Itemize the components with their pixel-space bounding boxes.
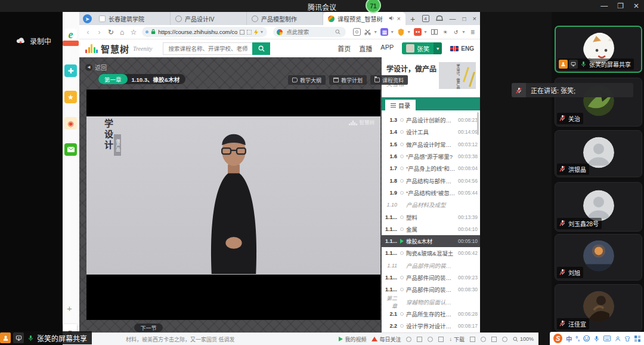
outline-item-row[interactable]: 1.5做产品设计时常遇到的...00:03:12 [382, 138, 480, 150]
flash-icon[interactable] [254, 29, 258, 35]
tab-catalog[interactable]: 目录 [385, 100, 416, 110]
daily-follow-button[interactable]: 每日关注 [371, 335, 401, 343]
quick-search-input[interactable] [285, 28, 333, 36]
tab-close-icon[interactable]: × [397, 15, 401, 22]
browser-minimize-icon[interactable]: — [450, 15, 456, 22]
minimize-icon[interactable]: — [600, 2, 608, 10]
speaker-icon[interactable] [502, 337, 507, 342]
ime-mode-toggle[interactable]: 中 [566, 334, 572, 343]
skin-icon[interactable] [436, 15, 443, 22]
tab-audio-icon[interactable] [389, 16, 394, 22]
back-link[interactable]: ◄ 返回 [85, 63, 107, 72]
ime-tools-icon[interactable] [615, 335, 621, 342]
course-thumbnail[interactable]: 学设计，做产品 [439, 62, 476, 89]
game-center-icon[interactable]: ✚ [64, 64, 77, 77]
course-action-button[interactable]: 教学大纲 [288, 75, 326, 85]
emoji-icon[interactable] [428, 337, 433, 342]
sogou-logo-icon[interactable]: S [553, 334, 562, 343]
ime-toolbar[interactable]: S 中 °, [550, 332, 644, 345]
ime-mic-icon[interactable] [593, 335, 600, 342]
user-dropdown-icon[interactable]: ▼ [434, 42, 442, 54]
outline-item-row[interactable]: 1.6“产品感”源于哪里?00:03:38 [382, 150, 480, 162]
browser-tab[interactable]: 课程预览_智慧树 × [323, 12, 405, 25]
nav-item-0[interactable]: 首页 [338, 44, 351, 53]
outline-item-row[interactable]: 2.2设计学界对设计的探讨00:08:17 [382, 320, 480, 332]
address-bar[interactable]: https://course.zhihuishu.com/cou ▼ [142, 27, 267, 37]
shield-extension-icon[interactable] [397, 28, 405, 36]
my-video-button[interactable]: 我的视频 [339, 335, 366, 343]
video-player[interactable]: 学设计 做产品 智慧树 [86, 90, 380, 320]
split-screen-icon[interactable] [431, 28, 438, 36]
outline-item-row[interactable]: 1.1...金属00:04:10 [382, 223, 480, 235]
outline-item-row[interactable]: 1.1...产品部件间的装配方式...00:09:23 [382, 272, 480, 284]
browser-tab[interactable]: 产品设计IV [171, 12, 247, 25]
nav-item-2[interactable]: APP [380, 44, 394, 53]
course-search-input[interactable] [163, 42, 252, 55]
new-tab-icon[interactable]: + [410, 14, 415, 24]
back-icon[interactable]: ‹ [83, 28, 93, 36]
outline-item-row[interactable]: 1.8产品结构与部件划分00:04:56 [382, 174, 480, 186]
ime-emoji-icon[interactable] [583, 335, 590, 342]
printer-icon[interactable] [470, 337, 475, 342]
site-logo-text[interactable]: 智慧树 [101, 42, 129, 55]
undo-icon[interactable]: ↺ [452, 28, 460, 36]
chapter-tag[interactable]: 第一章 [98, 74, 128, 84]
browser-tab[interactable]: 长春建筑学院 [94, 12, 171, 25]
browser-menu-icon[interactable]: ≡ [469, 28, 476, 36]
screenshot-icon[interactable] [353, 28, 361, 36]
news-ticker[interactable]: 材料，被美西方卡击之际，又一家国货 低调发 [126, 335, 284, 343]
quick-search-box[interactable] [273, 27, 346, 37]
home-icon[interactable]: ⌂ [117, 28, 127, 36]
course-action-button[interactable]: 课程资料 [370, 75, 408, 85]
ime-punct-toggle[interactable]: °, [575, 335, 580, 342]
favorites-star-icon[interactable]: ★ [64, 91, 77, 103]
language-switch[interactable]: ENG [450, 45, 474, 52]
apps-grid-icon[interactable] [247, 30, 252, 35]
image-icon[interactable] [417, 337, 422, 342]
target-icon[interactable] [406, 337, 411, 342]
maximize-icon[interactable]: ❐ [617, 2, 624, 10]
browser-tab[interactable]: 产品模型制作 [247, 12, 323, 25]
next-section-button[interactable]: 下一节 [134, 324, 163, 332]
close-icon[interactable]: ✕ [633, 2, 639, 10]
browser-logo-icon[interactable]: e [64, 29, 77, 41]
gadget-icon[interactable] [438, 337, 444, 342]
outline-item-row[interactable]: 1.1...塑料00:13:39 [382, 211, 480, 223]
outline-item-row[interactable]: 1.3产品设计创新的流程00:08:23 [382, 114, 480, 126]
search-icon[interactable] [335, 29, 340, 35]
refresh-icon[interactable]: ↻ [106, 28, 116, 36]
ime-grid-icon[interactable] [634, 335, 640, 342]
outline-item-row[interactable]: 1.1...橡胶&木材00:05:10 [382, 235, 480, 247]
participant-tile[interactable]: 汪佳宜 [555, 284, 642, 332]
translate-extension-icon[interactable]: ▦ [380, 28, 388, 36]
browser-close-icon[interactable]: × [473, 15, 476, 22]
share-icon[interactable] [481, 337, 486, 342]
participant-tile[interactable]: 刘玉鑫28号 [555, 182, 642, 232]
participant-tile[interactable]: 洪银晶 [555, 130, 642, 177]
ime-skin-icon[interactable] [624, 335, 630, 342]
navigator-icon[interactable]: ➤ [83, 14, 92, 23]
participant-tile[interactable]: 刘旭 [555, 234, 642, 281]
screen-share-indicator[interactable]: 张笑的屏幕共享 [0, 331, 92, 344]
sidebar-add-icon[interactable]: + [67, 303, 72, 313]
window-icon[interactable] [491, 337, 497, 342]
reader-grid-icon[interactable] [240, 30, 244, 35]
mail-icon[interactable] [64, 143, 77, 156]
outline-scrollbar[interactable] [477, 112, 479, 135]
course-search-button[interactable] [252, 42, 270, 55]
bookmark-star-icon[interactable]: ☆ [128, 28, 138, 36]
browser-maximize-icon[interactable]: □ [463, 16, 466, 22]
outline-item-row[interactable]: 1.4设计工具00:14:09 [382, 126, 480, 138]
nav-item-1[interactable]: 直播 [359, 44, 372, 53]
scissors-icon[interactable] [364, 28, 371, 36]
ime-keyboard-icon[interactable] [603, 335, 611, 341]
outline-item-row[interactable]: 1.1...陶瓷&玻璃&混凝土00:06:42 [382, 247, 480, 259]
download-button[interactable]: ↓下载 [449, 335, 465, 343]
weibo-icon[interactable]: ◉ [64, 117, 77, 130]
night-mode-icon[interactable]: ☀ [441, 28, 449, 36]
window-count-box[interactable]: 4 [422, 15, 429, 22]
game-extension-icon[interactable] [414, 28, 422, 36]
forward-icon[interactable]: › [94, 28, 104, 36]
outline-item-row[interactable]: 2.1产品所生存的社会背景00:06:28 [382, 308, 480, 320]
participant-tile[interactable]: 张笑的屏幕共享 [555, 26, 642, 73]
